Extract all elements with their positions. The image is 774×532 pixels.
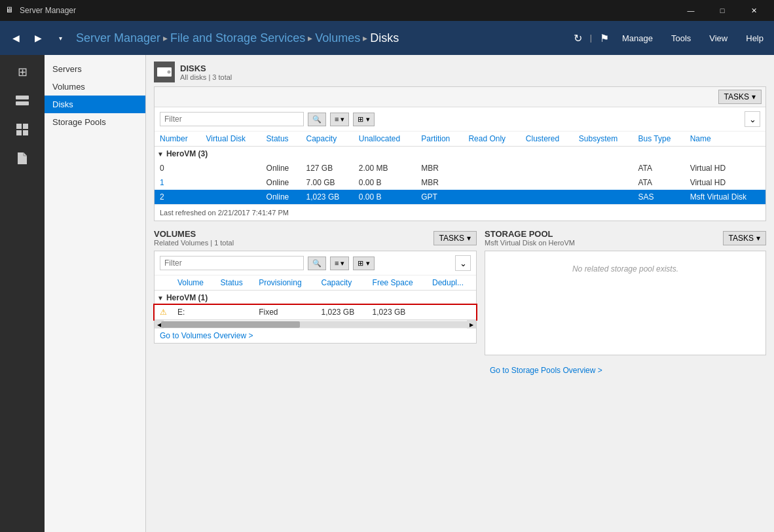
goto-volumes-link[interactable]: Go to Volumes Overview > [155, 328, 258, 343]
titlebar: 🖥 Server Manager — □ ✕ [0, 0, 774, 21]
nav-back-forward: ◀ ▶ ▾ [5, 27, 71, 48]
vcol-dedup[interactable]: Dedupl... [427, 275, 476, 291]
close-button[interactable]: ✕ [739, 0, 769, 21]
volumes-title-group: VOLUMES Related Volumes | 1 total [154, 229, 234, 247]
col-number[interactable]: Number [155, 132, 201, 147]
vcol-provisioning[interactable]: Provisioning [253, 275, 316, 291]
vcol-status[interactable]: Status [215, 275, 254, 291]
sidebar-icon-files[interactable] [3, 144, 42, 173]
vcol-volume[interactable]: Volume [172, 275, 215, 291]
volumes-subtitle: Related Volumes | 1 total [154, 239, 234, 247]
disks-subtitle: All disks | 3 total [180, 73, 232, 81]
manage-menu[interactable]: Manage [617, 31, 658, 46]
volumes-table-header: Volume Status Provisioning Capacity Free… [155, 275, 476, 291]
disks-tasks-button[interactable]: TASKS ▾ [718, 90, 762, 104]
volume-group-row[interactable]: ▼HeroVM (1) [155, 291, 476, 306]
storage-pool-title: STORAGE POOL [485, 229, 575, 239]
volumes-table: Volume Status Provisioning Capacity Free… [155, 275, 476, 319]
volumes-bottom-panel: VOLUMES Related Volumes | 1 total TASKS … [154, 229, 477, 378]
disks-search-button[interactable]: 🔍 [308, 113, 326, 126]
vcol-free-space[interactable]: Free Space [367, 275, 427, 291]
nav-dropdown-button[interactable]: ▾ [50, 27, 71, 48]
table-row[interactable]: ⚠ E: Fixed 1,023 GB 1,023 GB [155, 305, 476, 319]
scroll-right-button[interactable]: ▶ [467, 320, 476, 328]
view-menu[interactable]: View [704, 31, 733, 46]
sidebar-icon-servers[interactable] [3, 86, 42, 115]
disks-icon [154, 62, 175, 82]
volumes-group-button[interactable]: ⊞ ▾ [353, 257, 374, 270]
minimize-button[interactable]: — [676, 0, 706, 21]
sidebar-icon-dashboard[interactable]: ⊞ [3, 58, 42, 86]
nav-item-disks[interactable]: Disks [45, 96, 145, 113]
storage-pool-subtitle: Msft Virtual Disk on HeroVM [485, 239, 575, 247]
col-virtual-disk[interactable]: Virtual Disk [201, 132, 261, 147]
disk-group-row[interactable]: ▼HeroVM (3) [155, 147, 765, 162]
maximize-button[interactable]: □ [707, 0, 737, 21]
volumes-panel: 🔍 ≡ ▾ ⊞ ▾ ⌄ Volume Status Provisioning [154, 251, 477, 344]
nav-right: ↻ | ⚑ Manage Tools View Help [574, 31, 769, 46]
col-capacity[interactable]: Capacity [301, 132, 354, 147]
storage-pool-tasks-dropdown-icon: ▾ [756, 234, 760, 243]
col-name[interactable]: Name [685, 132, 765, 147]
volumes-expand-button[interactable]: ⌄ [455, 255, 471, 271]
col-unallocated[interactable]: Unallocated [354, 132, 416, 147]
col-bus-type[interactable]: Bus Type [633, 132, 685, 147]
volumes-search-button[interactable]: 🔍 [308, 257, 326, 270]
col-clustered[interactable]: Clustered [521, 132, 574, 147]
volumes-scrollbar[interactable]: ◀ ▶ [155, 319, 476, 328]
disks-filter-bar: 🔍 ≡ ▾ ⊞ ▾ ⌄ [155, 107, 765, 132]
table-row[interactable]: 0 Online 127 GB 2.00 MB MBR ATA Virtual … [155, 161, 765, 175]
breadcrumb-sep-3: ▸ [363, 33, 367, 43]
refresh-button[interactable]: ↻ [574, 32, 582, 44]
nav-item-storage-pools[interactable]: Storage Pools [45, 113, 145, 131]
breadcrumb-file-storage[interactable]: File and Storage Services [170, 31, 305, 45]
col-status[interactable]: Status [261, 132, 301, 147]
breadcrumb-volumes[interactable]: Volumes [315, 31, 360, 45]
svg-rect-1 [16, 101, 29, 105]
storage-pool-tasks-button[interactable]: TASKS ▾ [723, 231, 766, 245]
app-title: Server Manager [20, 6, 676, 15]
svg-rect-0 [16, 96, 29, 99]
disks-section-header: DISKS All disks | 3 total [154, 62, 766, 82]
nav-item-servers[interactable]: Servers [45, 60, 145, 78]
sidebar-icon-storage[interactable] [3, 115, 42, 144]
table-row[interactable]: 1 Online 7.00 GB 0.00 B MBR ATA Virtual … [155, 175, 765, 190]
volumes-tasks-dropdown-icon: ▾ [467, 234, 471, 243]
disks-expand-button[interactable]: ⌄ [745, 111, 760, 127]
table-row[interactable]: 2 Online 1,023 GB 0.00 B GPT SAS Msft Vi… [155, 190, 765, 204]
storage-pool-panel: No related storage pool exists. [485, 251, 766, 355]
forward-button[interactable]: ▶ [28, 27, 48, 48]
volumes-tasks-button[interactable]: TASKS ▾ [433, 231, 477, 245]
navbar: ◀ ▶ ▾ Server Manager ▸ File and Storage … [0, 21, 774, 55]
tools-menu[interactable]: Tools [666, 31, 696, 46]
col-subsystem[interactable]: Subsystem [574, 132, 633, 147]
disks-filter-input[interactable] [160, 112, 304, 126]
scrollbar-thumb[interactable] [161, 321, 300, 328]
vcol-warning [155, 275, 172, 291]
nav-item-volumes[interactable]: Volumes [45, 78, 145, 96]
volumes-view-button[interactable]: ≡ ▾ [330, 257, 349, 270]
disks-table: Number Virtual Disk Status Capacity Unal… [155, 132, 765, 204]
volumes-filter-bar: 🔍 ≡ ▾ ⊞ ▾ ⌄ [155, 251, 476, 275]
content-area: DISKS All disks | 3 total TASKS ▾ 🔍 ≡ ▾ … [146, 55, 774, 532]
flag-button[interactable]: ⚑ [600, 32, 609, 44]
breadcrumb: Server Manager ▸ File and Storage Servic… [76, 31, 574, 45]
disks-view-button[interactable]: ≡ ▾ [330, 113, 349, 126]
disks-table-header: Number Virtual Disk Status Capacity Unal… [155, 132, 765, 147]
disks-title-group: DISKS All disks | 3 total [180, 63, 232, 81]
help-menu[interactable]: Help [741, 31, 769, 46]
disks-title: DISKS [180, 63, 232, 73]
col-partition[interactable]: Partition [416, 132, 463, 147]
breadcrumb-server-manager[interactable]: Server Manager [76, 31, 160, 45]
disks-refresh-text: Last refreshed on 2/21/2017 7:41:47 PM [155, 204, 765, 221]
tasks-dropdown-icon: ▾ [752, 92, 756, 101]
svg-point-7 [168, 71, 171, 74]
back-button[interactable]: ◀ [5, 27, 26, 48]
sidebar: ⊞ [0, 55, 45, 532]
vcol-capacity[interactable]: Capacity [316, 275, 367, 291]
volumes-filter-input[interactable] [160, 256, 304, 270]
goto-storage-pools-link[interactable]: Go to Storage Pools Overview > [485, 363, 608, 378]
breadcrumb-disks: Disks [370, 31, 399, 45]
disks-group-button[interactable]: ⊞ ▾ [353, 113, 374, 126]
col-readonly[interactable]: Read Only [463, 132, 520, 147]
